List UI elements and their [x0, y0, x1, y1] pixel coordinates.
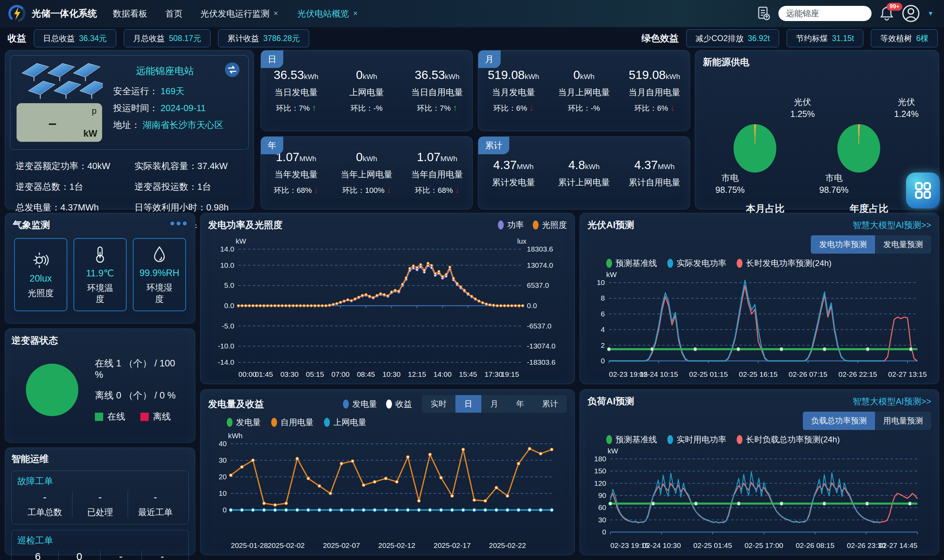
quick-panel-button[interactable]: [906, 172, 940, 208]
load-power-forecast-button[interactable]: 负载总功率预测: [803, 412, 875, 430]
online-count-row: 在线 1 （个） / 100 %: [95, 357, 178, 380]
tab-year[interactable]: 年: [507, 395, 533, 413]
stat-col: 0kWh 上网电量 环比：-%: [331, 68, 401, 114]
total-revenue-value: 3786.28元: [263, 33, 300, 44]
power-forecast-button[interactable]: 发电功率预测: [811, 235, 875, 254]
co2-title: 减少CO2排放: [696, 33, 744, 44]
close-icon[interactable]: ×: [274, 9, 278, 18]
monthly-gen-unit: kWh: [525, 72, 539, 80]
solar-panels-image: [17, 61, 103, 101]
stat-total-generation: 总发电量：4.37MWh: [15, 202, 135, 214]
load-forecast-label[interactable]: 长时负载总功率预测(24h): [746, 434, 840, 445]
svg-text:30: 30: [598, 516, 606, 524]
svg-text:150: 150: [594, 467, 606, 475]
more-menu-icon[interactable]: [171, 222, 187, 225]
commission-date-value: 2024-09-11: [160, 103, 206, 113]
monthly-tag: 月: [478, 50, 501, 68]
feedin-dot: [324, 418, 330, 427]
load-ai-title: 负荷AI预测: [587, 395, 634, 408]
daily-revenue-value: 36.34元: [79, 33, 107, 44]
svg-text:-6537.0: -6537.0: [527, 322, 551, 330]
nav-right-cluster: 99+ ▼: [757, 5, 944, 22]
stat-col: 0kWh 当月上网电量 环比：-%: [549, 68, 619, 114]
yearly-grid-unit: kWh: [363, 155, 377, 163]
svg-text:10:30: 10:30: [382, 370, 401, 378]
inverter-legend: 在线 离线: [95, 411, 178, 423]
irradiance-legend-label[interactable]: 光照度: [542, 220, 567, 231]
hb-text: 环比：7%: [417, 104, 451, 112]
safe-run-row: 安全运行： 169天: [113, 85, 242, 97]
fault-latest: -最近工单: [128, 491, 183, 518]
monthly-revenue-pill: 月总收益 508.17元: [124, 29, 211, 47]
chevron-down-icon[interactable]: ▼: [927, 10, 934, 17]
svg-text:02-25 01:45: 02-25 01:45: [693, 542, 732, 549]
search-input[interactable]: [778, 6, 872, 21]
baseline-label[interactable]: 预测基准线: [615, 258, 657, 269]
actual-power-label[interactable]: 实际发电功率: [676, 258, 726, 269]
consumption-forecast-button[interactable]: 用电量预测: [875, 412, 931, 430]
pv-share-label: 光伏1.24%: [894, 96, 919, 120]
svg-text:kW: kW: [607, 447, 618, 455]
grid-share-label: 市电98.76%: [819, 172, 849, 196]
svg-text:10: 10: [597, 278, 605, 286]
yearly-self-value: 1.07: [417, 150, 440, 163]
monthly-revenue-value: 508.17元: [169, 33, 201, 44]
nav-item-home[interactable]: 首页: [165, 8, 183, 19]
nav-item-dashboard[interactable]: 数据看板: [113, 8, 147, 19]
tab-day[interactable]: 日: [455, 395, 481, 413]
svg-text:02-25 16:15: 02-25 16:15: [739, 370, 778, 378]
close-icon[interactable]: ×: [353, 9, 358, 18]
user-avatar[interactable]: [902, 5, 920, 22]
gen-legend-label[interactable]: 发电量: [352, 398, 377, 409]
monthly-grid-label: 当月上网电量: [549, 87, 619, 98]
svg-text:20: 20: [219, 473, 227, 481]
svg-text:17:30: 17:30: [484, 370, 503, 378]
co2-value: 36.92t: [748, 34, 770, 43]
feedin-label[interactable]: 上网电量: [333, 417, 366, 428]
app-logo-icon: [8, 4, 26, 23]
daily-gen-value: 36.53: [274, 68, 304, 82]
nav-tab-station-overview[interactable]: 光伏电站概览 ×: [297, 8, 358, 19]
notifications-button[interactable]: 99+: [879, 6, 894, 22]
monthly-energy-card: 月 519.08kWh 当月发电量 环比：6% ↓ 0kWh 当月上网电量 环比…: [478, 50, 690, 131]
baseline-label[interactable]: 预测基准线: [615, 434, 657, 445]
svg-text:120: 120: [594, 479, 606, 487]
trend-arrow-icon: ↑: [453, 103, 458, 112]
nav-tab-pv-monitor[interactable]: 光伏发电运行监测 ×: [200, 8, 278, 19]
realtime-load-label[interactable]: 实时用电功率: [676, 434, 726, 445]
ai-model-link[interactable]: 智慧大模型AI预测>>: [853, 220, 931, 231]
ai-model-link[interactable]: 智慧大模型AI预测>>: [853, 396, 931, 407]
selfuse-label[interactable]: 自用电量: [280, 417, 314, 428]
forecast-label[interactable]: 长时发电功率预测(24h): [746, 258, 832, 269]
energy-forecast-button[interactable]: 发电量预测: [875, 235, 931, 254]
tab-realtime[interactable]: 实时: [421, 395, 455, 413]
pv-ai-legend: 预测基准线 实际发电功率 长时发电功率预测(24h): [606, 258, 931, 269]
power-legend-label[interactable]: 功率: [507, 220, 524, 231]
svg-text:02-26 22:15: 02-26 22:15: [838, 370, 877, 378]
tab-month[interactable]: 月: [481, 395, 507, 413]
patrol-next: -下次维修: [142, 551, 183, 560]
hb-text: 环比：68%: [274, 186, 312, 195]
address-value: 湖南省长沙市天心区: [143, 120, 223, 130]
svg-text:02-26 08:15: 02-26 08:15: [796, 542, 834, 549]
patrol-orders-card: 巡检工单 6工单总数 0已处理 -最近检修 -下次维修: [11, 530, 189, 560]
revenue-legend-label[interactable]: 收益: [395, 398, 412, 409]
green-benefit-row: 绿色效益 减少CO2排放 36.92t 节约标煤 31.15t 等效植树 6棵: [641, 29, 938, 48]
switch-station-icon[interactable]: [224, 62, 240, 78]
inverter-status-panel: 逆变器状态 在线 1 （个） / 100 % 离线 0 （个） / 0 % 在线…: [5, 328, 195, 443]
station-visual: p – kW: [17, 61, 107, 144]
patrol-latest: -最近检修: [100, 551, 142, 560]
revenue-label: 收益: [8, 32, 26, 45]
tab-total[interactable]: 累计: [533, 395, 567, 413]
trees-value: 6棵: [916, 33, 929, 44]
commission-date-row: 投运时间： 2024-09-11: [113, 102, 242, 114]
stat-installed-capacity: 实际装机容量：37.4kW: [135, 160, 244, 172]
svg-text:0: 0: [601, 357, 605, 365]
daily-cols: 36.53kWh 当日发电量 环比：7% ↑ 0kWh 上网电量 环比：-% 3…: [261, 50, 472, 131]
total-gen-value: 4.37: [494, 158, 517, 171]
generation-dot: [227, 418, 232, 427]
svg-text:2025-02-07: 2025-02-07: [323, 542, 360, 549]
svg-text:-18303.6: -18303.6: [527, 358, 555, 366]
generation-label[interactable]: 发电量: [236, 417, 261, 428]
report-icon[interactable]: [757, 6, 771, 21]
